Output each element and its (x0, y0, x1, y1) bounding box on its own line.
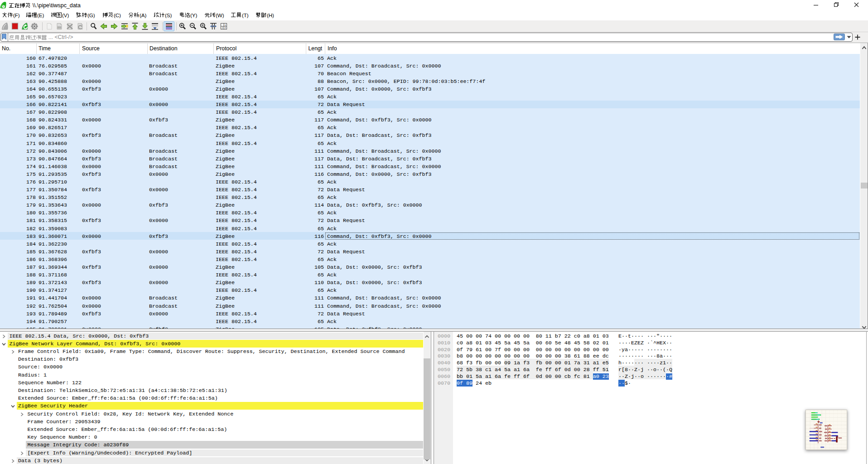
svg-text:2: 2 (222, 26, 223, 29)
svg-text:010: 010 (58, 26, 62, 29)
svg-text:3: 3 (225, 26, 226, 29)
svg-text:1: 1 (225, 24, 226, 26)
